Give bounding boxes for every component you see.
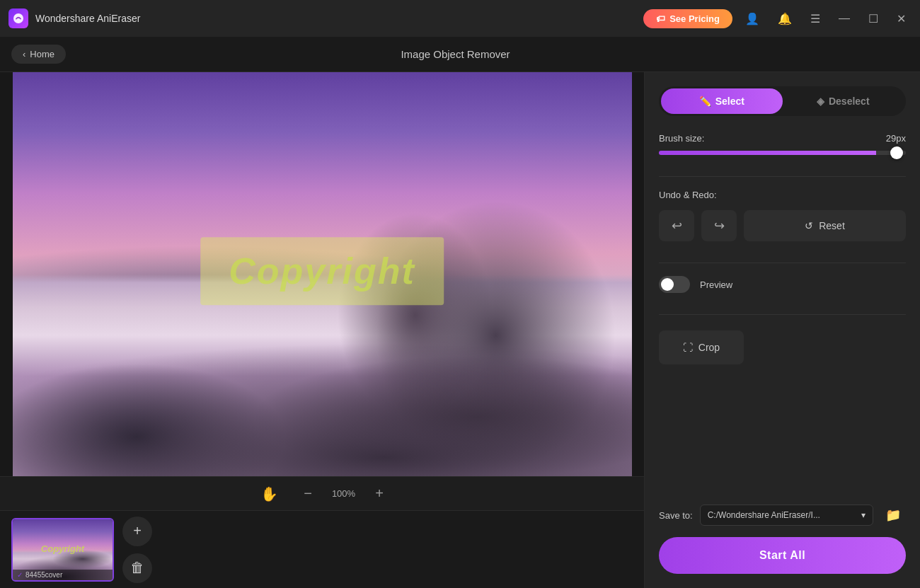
folder-icon: 📁 — [885, 507, 901, 523]
undo-button[interactable]: ↩ — [659, 210, 694, 241]
divider-1 — [659, 176, 906, 177]
right-panel: ✏️ Select ◈ Deselect Brush size: 29px Un… — [644, 72, 920, 588]
canvas-area: Copyright ✋ − 100% + Copyright ✓ 84455co… — [0, 72, 644, 588]
page-title: Image Object Remover — [66, 48, 845, 60]
minimize-button[interactable]: — — [833, 9, 856, 28]
add-image-button[interactable]: + — [122, 517, 152, 546]
crop-button[interactable]: ⛶ Crop — [659, 330, 744, 364]
toggle-thumb — [661, 278, 674, 291]
close-button[interactable]: ✕ — [891, 9, 912, 28]
reset-button[interactable]: ↺ Reset — [744, 210, 906, 241]
chevron-down-icon: ▾ — [861, 510, 866, 520]
save-to-label: Save to: — [659, 510, 693, 521]
preview-toggle[interactable] — [659, 276, 690, 293]
reset-icon: ↺ — [805, 220, 813, 231]
notification-icon[interactable]: 🔔 — [772, 9, 798, 28]
brush-size-label: Brush size: — [659, 133, 704, 144]
crop-section: ⛶ Crop — [659, 328, 906, 364]
select-button[interactable]: ✏️ Select — [661, 88, 783, 114]
copyright-watermark: Copyright — [200, 237, 444, 305]
divider-2 — [659, 263, 906, 263]
select-deselect-toggle: ✏️ Select ◈ Deselect — [659, 86, 906, 116]
undo-redo-label: Undo & Redo: — [659, 190, 906, 200]
app-icon — [8, 8, 28, 28]
start-all-button[interactable]: Start All — [659, 537, 906, 574]
main-content: Copyright ✋ − 100% + Copyright ✓ 84455co… — [0, 72, 920, 588]
crop-icon: ⛶ — [683, 342, 693, 353]
see-pricing-button[interactable]: 🏷 See Pricing — [643, 9, 732, 28]
brush-size-value: 29px — [886, 133, 906, 144]
titlebar: Wondershare AniEraser 🏷 See Pricing 👤 🔔 … — [0, 0, 920, 37]
thumbnail-actions: + 🗑 — [122, 517, 152, 583]
brush-size-row: Brush size: 29px — [659, 133, 906, 144]
brush-slider[interactable] — [659, 151, 906, 155]
zoom-in-button[interactable]: + — [369, 483, 389, 505]
maximize-button[interactable]: ☐ — [863, 9, 884, 28]
save-path-selector[interactable]: C:/Wondershare AniEraser/I... ▾ — [700, 505, 873, 526]
navbar: ‹ Home Image Object Remover — [0, 37, 920, 72]
delete-image-button[interactable]: 🗑 — [122, 553, 152, 583]
app-title: Wondershare AniEraser — [35, 13, 643, 24]
thumbnail-copyright: Copyright — [41, 543, 84, 554]
home-button[interactable]: ‹ Home — [11, 45, 66, 64]
checkmark-icon: ✓ — [17, 571, 23, 579]
hand-tool-button[interactable]: ✋ — [255, 483, 284, 505]
canvas-toolbar: ✋ − 100% + — [0, 476, 644, 510]
tag-icon: 🏷 — [656, 13, 665, 24]
redo-button[interactable]: ↪ — [701, 210, 737, 241]
save-row: Save to: C:/Wondershare AniEraser/I... ▾… — [659, 503, 906, 527]
pen-icon: ✏️ — [699, 96, 711, 107]
back-icon: ‹ — [23, 49, 25, 59]
thumbnail-footer: ✓ 84455cover — [13, 570, 113, 580]
deselect-button[interactable]: ◈ Deselect — [783, 88, 904, 114]
user-icon[interactable]: 👤 — [740, 9, 765, 28]
eraser-icon: ◈ — [817, 96, 824, 107]
title-controls: 🏷 See Pricing 👤 🔔 ☰ — ☐ ✕ — [643, 9, 912, 28]
image-canvas: Copyright — [13, 72, 632, 476]
svg-point-0 — [13, 13, 23, 23]
zoom-level: 100% — [332, 488, 355, 499]
brush-slider-container[interactable] — [659, 151, 906, 155]
image-viewport[interactable]: Copyright — [0, 72, 644, 476]
thumbnails-bar: Copyright ✓ 84455cover + 🗑 — [0, 510, 644, 588]
undo-redo-row: ↩ ↪ ↺ Reset — [659, 210, 906, 241]
thumbnail-item[interactable]: Copyright ✓ 84455cover — [11, 518, 114, 582]
browse-folder-button[interactable]: 📁 — [880, 503, 906, 527]
zoom-out-button[interactable]: − — [298, 483, 318, 505]
menu-icon[interactable]: ☰ — [805, 9, 826, 28]
divider-3 — [659, 314, 906, 315]
preview-label: Preview — [700, 279, 732, 290]
preview-row: Preview — [659, 276, 906, 293]
spacer — [659, 364, 906, 489]
brush-slider-thumb[interactable] — [890, 146, 903, 159]
